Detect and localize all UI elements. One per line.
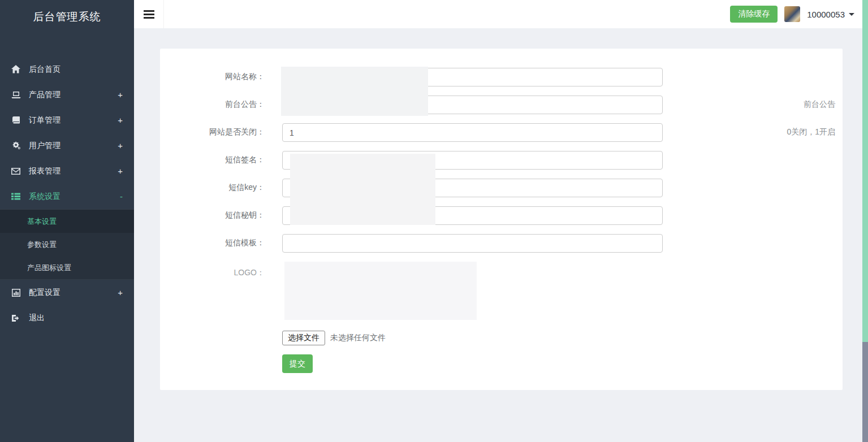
logo-file-row: 选择文件 未选择任何文件 <box>282 331 386 345</box>
username-text: 10000053 <box>807 10 845 19</box>
sidebar-item-products[interactable]: 产品管理 + <box>0 82 134 107</box>
sms-template-label: 短信模板： <box>160 238 265 248</box>
sidebar: 后台管理系统 后台首页 产品管理 + 订单管理 + <box>0 0 134 442</box>
laptop-icon <box>10 90 21 99</box>
expand-plus[interactable]: + <box>118 141 123 150</box>
site-closed-hint: 0关闭，1开启 <box>787 127 835 137</box>
sidebar-item-config[interactable]: 配置设置 + <box>0 280 134 305</box>
site-closed-input[interactable] <box>282 123 663 142</box>
expand-plus[interactable]: + <box>118 90 123 99</box>
expand-plus[interactable]: + <box>118 288 123 297</box>
sidebar-item-users[interactable]: 用户管理 + <box>0 133 134 158</box>
home-icon <box>10 65 21 74</box>
scrollbar-track[interactable] <box>862 0 868 342</box>
collapse-minus[interactable]: - <box>120 192 123 201</box>
form-row-sms-template: 短信模板： <box>160 234 843 253</box>
submenu-item-parameter-settings[interactable]: 参数设置 <box>0 233 134 256</box>
bar-chart-icon <box>10 288 21 297</box>
top-header: 清除缓存 10000053 <box>134 0 868 28</box>
envelope-icon <box>10 167 21 176</box>
expand-plus[interactable]: + <box>118 166 123 176</box>
logo-preview-image <box>284 262 477 320</box>
front-notice-label: 前台公告： <box>160 99 265 110</box>
sms-signature-label: 短信签名： <box>160 155 265 165</box>
site-closed-label: 网站是否关闭： <box>160 127 265 137</box>
sidebar-item-label: 退出 <box>29 313 123 323</box>
redacted-region <box>290 154 435 225</box>
sidebar-item-label: 配置设置 <box>29 288 118 298</box>
user-menu[interactable]: 10000053 <box>807 10 854 19</box>
basic-settings-form-card: 网站名称： 前台公告： 前台公告 网站是否关闭： 0关闭，1开启 短信签名： 短… <box>160 49 843 390</box>
user-avatar[interactable] <box>784 6 800 22</box>
form-row-site-name: 网站名称： <box>160 68 843 86</box>
sidebar-item-logout[interactable]: 退出 <box>0 305 134 331</box>
main-content: 网站名称： 前台公告： 前台公告 网站是否关闭： 0关闭，1开启 短信签名： 短… <box>134 28 868 442</box>
sidebar-toggle-button[interactable] <box>134 0 164 28</box>
form-row-sms-secret: 短信秘钥： <box>160 206 843 225</box>
menu-bars-icon <box>144 10 154 12</box>
header-right-cluster: 清除缓存 10000053 <box>730 0 854 28</box>
submenu-item-basic-settings[interactable]: 基本设置 <box>0 210 134 233</box>
sms-key-label: 短信key： <box>160 183 265 193</box>
sidebar-item-label: 报表管理 <box>29 166 118 176</box>
submit-button[interactable]: 提交 <box>282 354 313 373</box>
sidebar-item-label: 后台首页 <box>29 64 123 75</box>
choose-file-button[interactable]: 选择文件 <box>282 331 325 345</box>
system-settings-submenu: 基本设置 参数设置 产品图标设置 <box>0 209 134 280</box>
sidebar-item-orders[interactable]: 订单管理 + <box>0 107 134 133</box>
redacted-region <box>281 67 428 116</box>
sms-template-input[interactable] <box>282 234 663 253</box>
logo-label: LOGO： <box>160 268 265 278</box>
front-notice-hint: 前台公告 <box>804 99 835 110</box>
submenu-item-product-icon-settings[interactable]: 产品图标设置 <box>0 256 134 279</box>
form-row-sms-key: 短信key： <box>160 179 843 197</box>
clear-cache-button[interactable]: 清除缓存 <box>730 6 778 23</box>
sidebar-item-reports[interactable]: 报表管理 + <box>0 158 134 184</box>
book-icon <box>10 116 21 125</box>
page-scrollbar[interactable] <box>862 0 868 442</box>
file-status-text: 未选择任何文件 <box>330 333 386 343</box>
sidebar-item-home[interactable]: 后台首页 <box>0 57 134 82</box>
form-row-site-closed: 网站是否关闭： 0关闭，1开启 <box>160 123 843 142</box>
app-title: 后台管理系统 <box>0 0 134 34</box>
form-row-sms-signature: 短信签名： <box>160 151 843 170</box>
sidebar-item-system-settings[interactable]: 系统设置 - <box>0 184 134 209</box>
form-row-front-notice: 前台公告： 前台公告 <box>160 96 843 114</box>
chevron-down-icon <box>849 13 854 16</box>
sidebar-item-label: 订单管理 <box>29 115 118 125</box>
scrollbar-thumb[interactable] <box>862 342 868 442</box>
sign-out-icon <box>10 314 21 323</box>
list-icon <box>10 192 21 201</box>
sidebar-item-label: 产品管理 <box>29 90 118 100</box>
expand-plus[interactable]: + <box>118 115 123 125</box>
site-name-label: 网站名称： <box>160 72 265 82</box>
sidebar-item-label: 用户管理 <box>29 141 118 151</box>
sidebar-menu: 后台首页 产品管理 + 订单管理 + 用户管理 <box>0 57 134 331</box>
sidebar-item-label: 系统设置 <box>29 192 120 202</box>
cogs-icon <box>10 141 21 150</box>
sms-secret-label: 短信秘钥： <box>160 210 265 220</box>
